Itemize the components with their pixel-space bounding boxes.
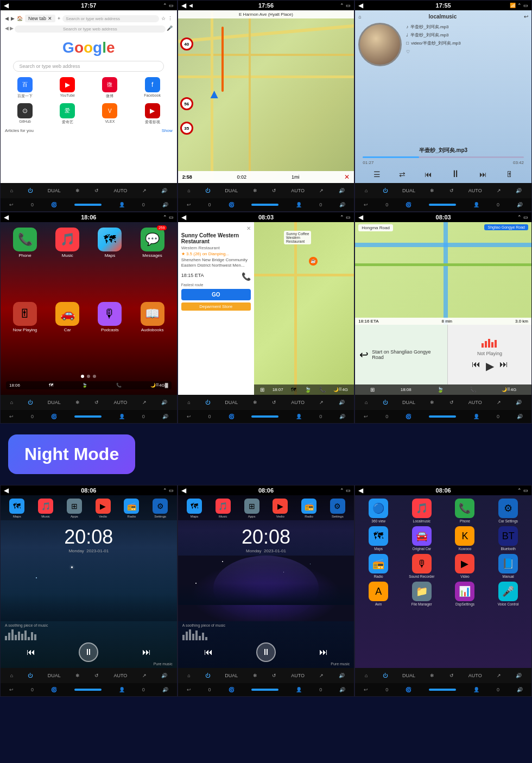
vol-btn-p5[interactable]: 🔊	[339, 400, 345, 405]
vol-ctrl-p6[interactable]: 🔊	[517, 414, 523, 419]
carplay-app-messages[interactable]: 💬 259 Messages	[133, 228, 171, 298]
loop-btn-p6[interactable]: ↺	[449, 400, 454, 405]
dot-3[interactable]	[93, 375, 96, 378]
app-maps[interactable]: 🗺 Maps	[358, 526, 398, 551]
night2-app-video[interactable]: ▶ Vedio	[273, 499, 288, 518]
home-btn-p5[interactable]: ⌂	[187, 400, 190, 405]
poi-phone-icon[interactable]: 📞	[242, 272, 251, 281]
dot-2[interactable]	[87, 375, 90, 378]
show-link[interactable]: Show	[162, 128, 173, 133]
loop-btn-p5[interactable]: ↺	[272, 400, 276, 405]
back-ctrl-p3[interactable]: ↩	[364, 202, 368, 207]
prev-night-btn-1[interactable]: ⏮	[27, 647, 35, 657]
curve-btn-p8[interactable]: ↗	[319, 673, 324, 678]
mic-icon[interactable]: 🎤	[167, 26, 173, 33]
vol-ctrl-p7[interactable]: 🔊	[162, 687, 168, 692]
app-manual[interactable]: 📘 Manual	[488, 554, 528, 578]
dual-btn-p7[interactable]: DUAL	[48, 673, 61, 678]
browser-back[interactable]: ◀	[5, 26, 9, 33]
seat-p9[interactable]: 👤	[473, 687, 479, 692]
loop-btn-p8[interactable]: ↺	[272, 673, 276, 678]
tab-add[interactable]: +	[58, 16, 60, 21]
poi-marker[interactable]: ☕	[309, 257, 318, 266]
loop-btn-p3[interactable]: ↺	[449, 188, 454, 193]
auto-btn-p9[interactable]: AUTO	[468, 673, 482, 678]
temp-slider-p7[interactable]	[74, 689, 102, 691]
app-filemanager[interactable]: 📁 File Manager	[402, 582, 442, 606]
carplay-app-music[interactable]: 🎵 Music	[48, 228, 86, 298]
snow-btn-p4[interactable]: ❄	[75, 400, 80, 405]
back-icon-p1[interactable]: ◀	[4, 2, 9, 9]
back-ctrl-p4[interactable]: ↩	[9, 414, 14, 419]
navplay-phone-icon[interactable]: 📞	[470, 387, 476, 393]
carplay-app-car[interactable]: 🚗 Car	[48, 302, 86, 372]
temp-slider-p4[interactable]	[74, 415, 102, 418]
shortcut-vlex[interactable]: V VLEX	[90, 103, 130, 125]
temp-slider-p1[interactable]	[74, 204, 102, 206]
shortcut-iqiyi[interactable]: 爱 爱奇艺	[47, 103, 87, 125]
vol-btn-p3[interactable]: 🔊	[516, 188, 522, 193]
dual-btn-p3[interactable]: DUAL	[402, 188, 415, 193]
nav-home[interactable]: 🏠	[17, 16, 23, 21]
dual-btn-p9[interactable]: DUAL	[402, 673, 415, 678]
home-btn-p7[interactable]: ⌂	[10, 673, 13, 678]
dual-btn-p4[interactable]: DUAL	[48, 400, 61, 405]
seat-p3[interactable]: 👤	[473, 202, 479, 207]
playlist-item-3[interactable]: □ video/半壶纱_刘珂矣.mp3	[406, 39, 528, 47]
seat-p2[interactable]: 👤	[296, 202, 302, 207]
fan-p7[interactable]: 🌀	[51, 687, 57, 692]
dual-btn-p6[interactable]: DUAL	[402, 400, 415, 405]
back-ctrl-p7[interactable]: ↩	[9, 687, 14, 692]
playlist-btn[interactable]: ☰	[373, 170, 381, 179]
temp-slider-p2[interactable]	[251, 204, 278, 206]
shuffle-btn[interactable]: ⇄	[399, 170, 406, 179]
night2-app-maps[interactable]: 🗺 Maps	[187, 499, 202, 518]
fan-p2[interactable]: 🌀	[229, 202, 235, 207]
vol-btn-p9[interactable]: 🔊	[516, 673, 522, 678]
back-ctrl-p9[interactable]: ↩	[364, 687, 368, 692]
play-btn[interactable]: ▶	[486, 360, 494, 373]
auto-btn-p3[interactable]: AUTO	[468, 188, 482, 193]
prev-btn[interactable]: ⏮	[425, 170, 432, 179]
poi-close-btn[interactable]: ✕	[246, 225, 251, 231]
app-video[interactable]: ▶ Video	[445, 554, 485, 578]
power-btn-p5[interactable]: ⏻	[205, 400, 210, 405]
back-icon-p8[interactable]: ◀	[181, 487, 186, 494]
app-phone[interactable]: 📞 Phone	[445, 499, 485, 523]
poi-grid-icon[interactable]: ⊞	[260, 387, 264, 393]
next-night-btn-1[interactable]: ⏭	[142, 647, 151, 657]
vol-ctrl-p5[interactable]: 🔊	[339, 414, 345, 419]
carplay-phone-icon[interactable]: 📞	[116, 383, 122, 388]
browser-fwd[interactable]: ▶	[10, 26, 14, 33]
nav-forward[interactable]: ▶	[11, 16, 15, 21]
auto-btn-p1[interactable]: AUTO	[114, 188, 128, 193]
power-btn-p1[interactable]: ⏻	[28, 188, 33, 193]
night2-app-music[interactable]: 🎵 Music	[216, 499, 231, 518]
power-btn-p6[interactable]: ⏻	[383, 400, 388, 405]
temp-slider-p8[interactable]	[251, 689, 278, 691]
dual-btn-p5[interactable]: DUAL	[225, 400, 238, 405]
fan-p5[interactable]: 🌀	[229, 414, 235, 419]
app-dspsettings[interactable]: 📊 DspSettings	[445, 582, 485, 606]
vol-ctrl-p4[interactable]: 🔊	[162, 414, 168, 419]
vol-ctrl-p3[interactable]: 🔊	[517, 202, 523, 207]
vol-btn-p7[interactable]: 🔊	[161, 673, 167, 678]
fan-p3[interactable]: 🌀	[406, 202, 411, 207]
carplay-app-maps[interactable]: 🗺 Maps	[91, 228, 129, 298]
music-back-btn[interactable]: ↩	[524, 14, 528, 20]
auto-btn-p5[interactable]: AUTO	[291, 400, 305, 405]
google-search-box[interactable]: Search or type web address	[13, 61, 164, 72]
shortcut-github[interactable]: ⊙ GitHub	[5, 103, 45, 125]
music-progress-bar[interactable]	[363, 156, 524, 158]
home-btn-p4[interactable]: ⌂	[10, 400, 13, 405]
app-kuwooo[interactable]: K Kuwooo	[445, 526, 485, 551]
snow-btn-p5[interactable]: ❄	[253, 400, 257, 405]
seat-p4[interactable]: 👤	[119, 414, 125, 419]
snow-btn-p9[interactable]: ❄	[430, 673, 434, 678]
app-radio[interactable]: 📻 Radio	[358, 554, 398, 578]
vol-ctrl-p8[interactable]: 🔊	[339, 687, 345, 692]
auto-btn-p6[interactable]: AUTO	[468, 400, 482, 405]
fast-forward-btn[interactable]: ⏭	[499, 360, 508, 373]
curve-btn-p3[interactable]: ↗	[497, 188, 501, 193]
temp-slider-p6[interactable]	[429, 415, 456, 418]
